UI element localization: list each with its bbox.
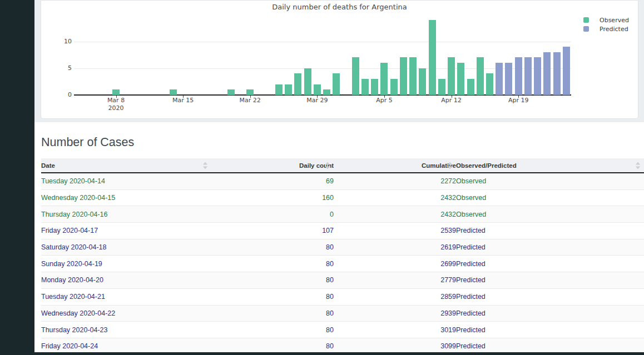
x-tick-label: Apr 12: [429, 97, 474, 104]
sort-icon: [448, 162, 453, 169]
cell-cumulative: 2859: [334, 288, 456, 305]
legend-swatch-icon: [583, 26, 589, 32]
observed-bar: [333, 73, 340, 95]
cell-date: Thursday 2020-04-16: [41, 206, 211, 223]
column-label: Date: [41, 162, 55, 169]
cases-table: Date Daily count Cumulative Observe: [41, 158, 644, 355]
legend-item-predicted[interactable]: Predicted: [583, 24, 629, 33]
cell-status: Predicted: [456, 223, 644, 239]
observed-bar: [477, 57, 484, 95]
observed-bar: [429, 20, 436, 95]
table-row: Friday 2020-04-171072539Predicted: [41, 223, 644, 239]
table-row: Monday 2020-04-20802779Predicted: [41, 272, 644, 289]
predicted-bar: [543, 52, 551, 95]
observed-bar: [314, 84, 321, 95]
table-row: Thursday 2020-04-1602432Observed: [41, 206, 644, 223]
x-tick-label: Apr 19: [496, 97, 541, 104]
table-section: Number of Cases Date Daily count: [34, 122, 644, 352]
cell-date: Sunday 2020-04-19: [41, 256, 211, 272]
cell-daily-count: 107: [211, 223, 334, 239]
x-tick-sublabel: 2020: [94, 104, 138, 112]
table-row: Tuesday 2020-04-21802859Predicted: [41, 288, 644, 305]
cell-cumulative: 2272: [334, 173, 456, 189]
observed-bar: [486, 73, 493, 95]
predicted-bar: [563, 47, 570, 95]
legend-item-observed[interactable]: Observed: [583, 16, 629, 24]
observed-bar: [294, 73, 301, 95]
observed-bar: [438, 79, 445, 95]
cell-date: Tuesday 2020-04-21: [41, 288, 211, 305]
cell-status: Observed: [456, 173, 644, 189]
observed-bar: [352, 57, 359, 95]
table-row: Wednesday 2020-04-22802939Predicted: [41, 305, 644, 322]
predicted-bar: [496, 63, 503, 95]
cell-cumulative: 2432: [334, 206, 456, 223]
cell-daily-count: 80: [211, 272, 334, 289]
plot-area: 0510 Mar 82020Mar 15Mar 22Mar 29Apr 5Apr…: [41, 1, 638, 118]
cell-cumulative: 2779: [334, 272, 456, 289]
observed-bar: [457, 63, 464, 95]
y-tick-label: 5: [57, 64, 72, 72]
observed-bar: [467, 79, 474, 95]
observed-bar: [304, 68, 311, 95]
observed-bar: [371, 79, 378, 95]
cell-status: Predicted: [456, 272, 644, 289]
column-header-observed-predicted[interactable]: Observed/Predicted: [456, 158, 644, 173]
x-tick-label: Mar 8: [94, 97, 138, 104]
x-tick-label: Mar 29: [295, 97, 339, 104]
cell-date: Thursday 2020-04-23: [41, 322, 211, 338]
cell-status: Predicted: [456, 305, 644, 322]
sort-icon: [203, 162, 208, 169]
table-row: Tuesday 2020-04-14692272Observed: [41, 173, 644, 189]
cell-date: Wednesday 2020-04-22: [41, 305, 211, 322]
column-header-cumulative[interactable]: Cumulative: [334, 158, 456, 173]
column-header-date[interactable]: Date: [41, 158, 211, 173]
chart-card: Daily number of deaths for Argentina 051…: [41, 0, 638, 119]
observed-bar: [400, 57, 407, 95]
observed-bar: [390, 79, 398, 95]
observed-bar: [361, 79, 369, 95]
chart-section: Daily number of deaths for Argentina 051…: [34, 0, 644, 122]
observed-bar: [448, 57, 455, 95]
observed-bar: [170, 89, 177, 95]
sidebar: [0, 0, 34, 355]
observed-bar: [419, 68, 426, 95]
observed-bar: [285, 84, 292, 95]
main-content: Daily number of deaths for Argentina 051…: [34, 0, 644, 352]
column-label: Observed/Predicted: [456, 162, 517, 169]
cell-cumulative: 3019: [334, 322, 456, 338]
cell-date: Wednesday 2020-04-15: [41, 189, 211, 206]
predicted-bar: [515, 57, 522, 95]
cell-status: Observed: [456, 206, 644, 223]
cell-date: Saturday 2020-04-18: [41, 239, 211, 256]
cell-daily-count: 80: [211, 322, 334, 338]
cell-cumulative: 2539: [334, 223, 456, 239]
column-header-daily-count[interactable]: Daily count: [211, 158, 334, 173]
cell-cumulative: 2619: [334, 239, 456, 256]
page-bottom-edge: [0, 352, 644, 355]
observed-bar: [246, 89, 254, 95]
cell-daily-count: 0: [211, 206, 334, 223]
observed-bar: [227, 89, 235, 95]
legend-swatch-icon: [583, 17, 589, 23]
legend-label: Observed: [600, 17, 629, 24]
table-row: Wednesday 2020-04-151602432Observed: [41, 189, 644, 206]
cell-date: Tuesday 2020-04-14: [41, 173, 211, 189]
cell-daily-count: 80: [211, 288, 334, 305]
sort-icon: [636, 162, 641, 169]
sort-icon: [325, 162, 330, 169]
observed-bar: [409, 57, 417, 95]
table-row: Sunday 2020-04-19802699Predicted: [41, 256, 644, 272]
cell-daily-count: 160: [211, 189, 334, 206]
cell-status: Predicted: [456, 288, 644, 305]
cell-status: Predicted: [456, 239, 644, 256]
cell-cumulative: 2939: [334, 305, 456, 322]
legend-label: Predicted: [600, 26, 628, 33]
y-tick-label: 0: [57, 91, 72, 98]
predicted-bar: [505, 63, 512, 95]
observed-bar: [323, 89, 330, 95]
predicted-bar: [553, 52, 561, 95]
x-tick-label: Apr 5: [362, 97, 407, 104]
x-tick-label: Mar 22: [228, 97, 273, 104]
app-root: Daily number of deaths for Argentina 051…: [0, 0, 644, 355]
